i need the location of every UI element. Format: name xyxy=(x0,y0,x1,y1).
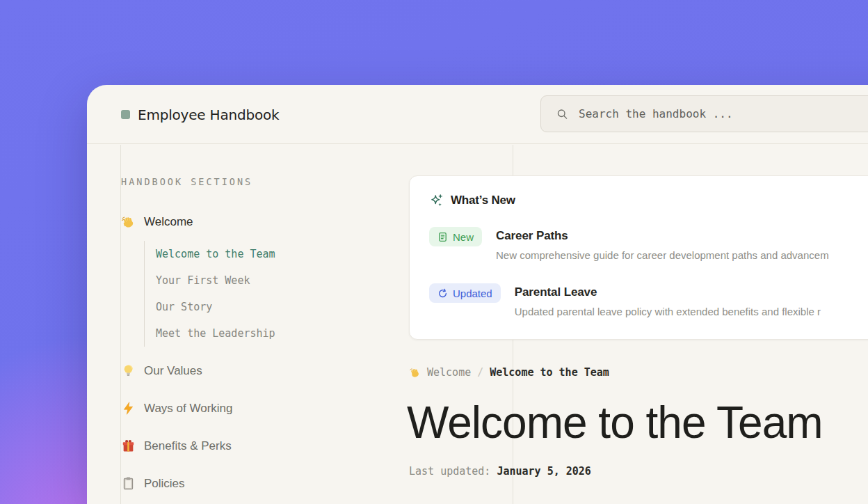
sidebar-item-ways-of-working[interactable]: Ways of Working xyxy=(121,401,233,416)
updated-badge: Updated xyxy=(429,283,501,303)
whats-new-item-description: Updated parental leave policy with exten… xyxy=(515,306,821,317)
page-title: Welcome to the Team xyxy=(407,400,823,446)
breadcrumb-current: Welcome to the Team xyxy=(490,366,609,379)
app-header: Employee Handbook xyxy=(87,85,868,144)
whats-new-item-description: New comprehensive guide for career devel… xyxy=(496,249,829,261)
sidebar-item-our-values[interactable]: Our Values xyxy=(121,363,202,378)
sidebar-item-policies[interactable]: Policies xyxy=(121,476,185,491)
app-logo-icon xyxy=(121,110,130,119)
whats-new-item-parental-leave[interactable]: Updated Parental Leave Updated parental … xyxy=(429,283,868,317)
sidebar-item-label: Policies xyxy=(144,477,185,491)
handbook-window: Employee Handbook HANDBOOK SECTIONS xyxy=(87,85,868,504)
sidebar-item-welcome[interactable]: Welcome xyxy=(121,214,193,229)
app-brand: Employee Handbook xyxy=(121,85,279,144)
lightbulb-icon xyxy=(121,363,136,378)
new-badge: New xyxy=(429,227,482,246)
sidebar-item-label: Ways of Working xyxy=(144,402,233,416)
breadcrumb-separator: / xyxy=(477,366,483,379)
waving-hand-icon xyxy=(121,214,136,229)
search-icon xyxy=(556,108,568,120)
sidebar-subitem-our-story[interactable]: Our Story xyxy=(156,294,275,320)
sidebar-subitem-welcome-to-the-team[interactable]: Welcome to the Team xyxy=(156,241,275,267)
lightning-bolt-icon xyxy=(121,401,136,416)
whats-new-item-career-paths[interactable]: New Career Paths New comprehensive guide… xyxy=(429,227,868,261)
sidebar-subitem-meet-the-leadership[interactable]: Meet the Leadership xyxy=(156,320,275,347)
sidebar-item-label: Benefits & Perks xyxy=(144,439,232,453)
sidebar-item-label: Welcome xyxy=(144,215,193,229)
whats-new-header: What’s New xyxy=(429,193,868,207)
whats-new-item-title: Career Paths xyxy=(496,229,829,243)
sparkle-icon xyxy=(429,193,444,207)
breadcrumb: Welcome / Welcome to the Team xyxy=(409,366,609,379)
last-updated-value: January 5, 2026 xyxy=(497,465,590,478)
breadcrumb-section[interactable]: Welcome xyxy=(427,366,471,379)
search-box[interactable] xyxy=(540,95,868,132)
gift-icon xyxy=(121,439,136,453)
search-input[interactable] xyxy=(577,107,868,121)
document-icon xyxy=(437,232,448,242)
refresh-icon xyxy=(437,288,448,299)
whats-new-item-title: Parental Leave xyxy=(515,285,821,299)
sidebar-item-label: Our Values xyxy=(144,364,202,378)
sidebar-item-benefits-perks[interactable]: Benefits & Perks xyxy=(121,439,232,453)
whats-new-title: What’s New xyxy=(451,194,515,207)
desktop-background: Employee Handbook HANDBOOK SECTIONS xyxy=(0,0,868,504)
sidebar-section-label: HANDBOOK SECTIONS xyxy=(121,176,252,187)
app-title: Employee Handbook xyxy=(138,107,279,123)
whats-new-card: What’s New New Career Paths New comprehe… xyxy=(409,175,868,340)
last-updated-label: Last updated: xyxy=(409,465,490,478)
sidebar-sublist-welcome: Welcome to the Team Your First Week Our … xyxy=(144,241,275,347)
sidebar-subitem-your-first-week[interactable]: Your First Week xyxy=(156,267,275,294)
badge-label: New xyxy=(453,231,474,243)
clipboard-icon xyxy=(121,476,136,491)
badge-label: Updated xyxy=(453,288,492,299)
last-updated: Last updated: January 5, 2026 xyxy=(409,465,591,478)
waving-hand-icon xyxy=(409,367,421,379)
